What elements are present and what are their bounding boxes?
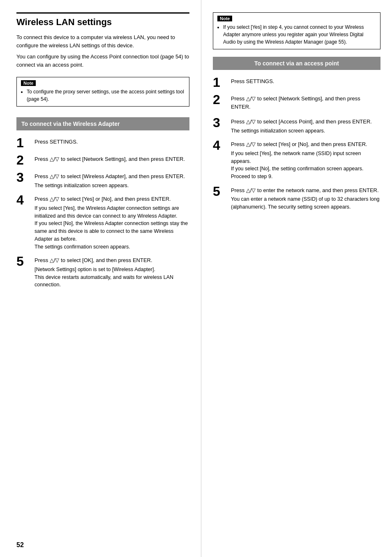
right-step-content-3: Press △/▽ to select [Access Point], and …	[231, 118, 380, 135]
left-note-label: Note	[21, 80, 36, 86]
left-step-main-4: Press △/▽ to select [Yes] or [No], and t…	[35, 195, 189, 203]
right-step-main-3: Press △/▽ to select [Access Point], and …	[231, 118, 380, 126]
left-step-detail-5: [Network Settings] option is set to [Wir…	[35, 266, 189, 289]
right-step-content-4: Press △/▽ to select [Yes] or [No], and t…	[231, 140, 380, 181]
left-section-header: To connect via the Wireless Adapter	[16, 117, 189, 130]
left-step-number-2: 2	[16, 153, 31, 167]
page: Wireless LAN settings To connect this de…	[0, 0, 392, 557]
intro-paragraph-1: To connect this device to a computer via…	[16, 33, 189, 49]
right-step-main-5: Press △/▽ to enter the network name, and…	[231, 186, 380, 195]
left-step-number-5: 5	[16, 255, 31, 268]
left-step-main-3: Press △/▽ to select [Wireless Adapter], …	[35, 172, 189, 181]
left-step-detail-3: The settings initialization screen appea…	[35, 182, 189, 190]
right-step-main-4: Press △/▽ to select [Yes] or [No], and t…	[231, 140, 380, 149]
right-step-number-4: 4	[213, 139, 228, 152]
left-note-box: Note To configure the proxy server setti…	[16, 77, 189, 107]
left-step-main-1: Press SETTINGS.	[35, 138, 189, 146]
right-step-number-1: 1	[213, 76, 228, 89]
left-step-main-5: Press △/▽ to select [OK], and then press…	[35, 256, 189, 265]
left-step-content-1: Press SETTINGS.	[35, 138, 189, 147]
left-step-1: 1 Press SETTINGS.	[16, 138, 189, 149]
right-step-number-2: 2	[213, 93, 228, 106]
right-step-detail-4: If you select [Yes], the network name (S…	[231, 150, 380, 181]
left-step-content-5: Press △/▽ to select [OK], and then press…	[35, 256, 189, 289]
left-step-4: 4 Press △/▽ to select [Yes] or [No], and…	[16, 195, 189, 251]
left-step-main-2: Press △/▽ to select [Network Settings], …	[35, 155, 189, 163]
right-step-5: 5 Press △/▽ to enter the network name, a…	[213, 186, 380, 211]
right-steps: 1 Press SETTINGS. 2 Press △/▽ to select …	[213, 77, 380, 211]
right-section-header: To connect via an access point	[213, 57, 380, 70]
left-column: Wireless LAN settings To connect this de…	[0, 0, 201, 557]
right-note-item: If you select [Yes] in step 4, you canno…	[223, 23, 376, 46]
right-step-main-1: Press SETTINGS.	[231, 77, 380, 86]
left-steps: 1 Press SETTINGS. 2 Press △/▽ to select …	[16, 138, 189, 289]
right-step-content-5: Press △/▽ to enter the network name, and…	[231, 186, 380, 211]
right-column: Note If you select [Yes] in step 4, you …	[201, 0, 392, 557]
right-step-2: 2 Press △/▽ to select [Network Settings]…	[213, 95, 380, 112]
right-note-box: Note If you select [Yes] in step 4, you …	[213, 12, 380, 49]
left-step-number-3: 3	[16, 171, 31, 184]
left-step-5: 5 Press △/▽ to select [OK], and then pre…	[16, 256, 189, 289]
left-note-item: To configure the proxy server settings, …	[27, 88, 185, 103]
left-step-detail-4: If you select [Yes], the Wireless Adapte…	[35, 204, 189, 251]
left-step-content-4: Press △/▽ to select [Yes] or [No], and t…	[35, 195, 189, 251]
right-step-main-2: Press △/▽ to select [Network Settings], …	[231, 95, 380, 111]
right-step-4: 4 Press △/▽ to select [Yes] or [No], and…	[213, 140, 380, 181]
left-step-content-2: Press △/▽ to select [Network Settings], …	[35, 155, 189, 165]
right-step-1: 1 Press SETTINGS.	[213, 77, 380, 89]
right-note-label: Note	[217, 16, 232, 21]
left-note-text: To configure the proxy server settings, …	[21, 88, 185, 103]
right-step-number-3: 3	[213, 116, 228, 129]
right-step-content-1: Press SETTINGS.	[231, 77, 380, 87]
page-title: Wireless LAN settings	[16, 12, 189, 28]
right-step-number-5: 5	[213, 185, 228, 198]
right-step-3: 3 Press △/▽ to select [Access Point], an…	[213, 118, 380, 135]
right-step-detail-5: You can enter a network name (SSID) of u…	[231, 195, 380, 211]
left-step-number-4: 4	[16, 193, 31, 207]
right-note-text: If you select [Yes] in step 4, you canno…	[217, 23, 376, 46]
right-step-content-2: Press △/▽ to select [Network Settings], …	[231, 95, 380, 112]
left-step-3: 3 Press △/▽ to select [Wireless Adapter]…	[16, 172, 189, 189]
left-step-number-1: 1	[16, 136, 31, 149]
left-step-content-3: Press △/▽ to select [Wireless Adapter], …	[35, 172, 189, 189]
page-number: 52	[16, 541, 24, 549]
right-step-detail-3: The settings initialization screen appea…	[231, 127, 380, 135]
left-step-2: 2 Press △/▽ to select [Network Settings]…	[16, 155, 189, 167]
intro-paragraph-2: You can configure by using the Access Po…	[16, 53, 189, 69]
